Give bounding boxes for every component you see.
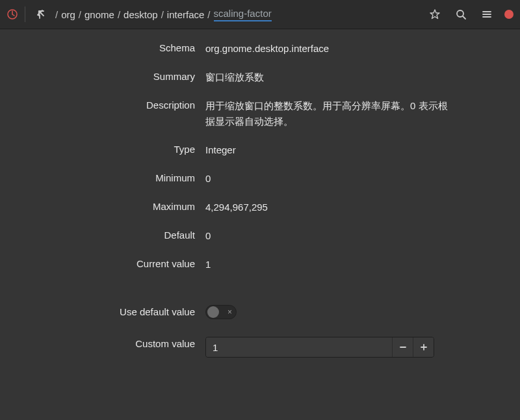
- breadcrumb-sep: /: [207, 9, 210, 20]
- decrement-button[interactable]: [392, 337, 413, 357]
- custom-value-stepper: [205, 337, 434, 358]
- breadcrumb-seg-desktop[interactable]: desktop: [124, 9, 158, 20]
- value-maximum: 4,294,967,295: [205, 200, 452, 215]
- breadcrumb-sep: /: [161, 9, 164, 20]
- search-icon[interactable]: [452, 6, 469, 23]
- increment-button[interactable]: [413, 337, 434, 357]
- svg-line-2: [463, 16, 465, 19]
- breadcrumb: / org / gnome / desktop / interface / sc…: [55, 8, 272, 21]
- label-default: Default: [32, 228, 195, 244]
- toggle-off-icon: ×: [228, 308, 232, 316]
- app-logo-icon: [6, 8, 18, 20]
- titlebar: / org / gnome / desktop / interface / sc…: [0, 0, 520, 29]
- custom-value-input[interactable]: [206, 337, 392, 357]
- label-custom-value: Custom value: [32, 337, 195, 358]
- toggle-knob: [207, 306, 219, 318]
- breadcrumb-seg-org[interactable]: org: [61, 9, 75, 20]
- breadcrumb-seg-gnome[interactable]: gnome: [84, 9, 114, 20]
- label-current-value: Current value: [32, 257, 195, 272]
- menu-icon[interactable]: [478, 6, 495, 23]
- divider: [25, 7, 25, 22]
- bookmark-icon[interactable]: [426, 6, 443, 23]
- breadcrumb-seg-current[interactable]: scaling-factor: [214, 8, 272, 21]
- content: Schema org.gnome.desktop.interface Summa…: [0, 29, 520, 369]
- value-minimum: 0: [205, 171, 452, 187]
- value-current-value: 1: [205, 257, 452, 272]
- label-description: Description: [32, 98, 195, 129]
- use-default-toggle[interactable]: ×: [205, 305, 237, 319]
- value-summary: 窗口缩放系数: [205, 70, 452, 85]
- label-type: Type: [32, 142, 195, 158]
- breadcrumb-sep: /: [55, 9, 58, 20]
- label-summary: Summary: [32, 70, 195, 85]
- breadcrumb-seg-interface[interactable]: interface: [167, 9, 205, 20]
- back-icon[interactable]: [32, 6, 49, 23]
- value-description: 用于缩放窗口的整数系数。用于高分辨率屏幕。0 表示根据显示器自动选择。: [205, 98, 452, 129]
- label-use-default: Use default value: [32, 305, 195, 324]
- value-schema: org.gnome.desktop.interface: [205, 41, 452, 57]
- label-schema: Schema: [32, 41, 195, 57]
- value-default: 0: [205, 228, 452, 244]
- value-type: Integer: [205, 142, 452, 158]
- breadcrumb-sep: /: [118, 9, 120, 20]
- label-maximum: Maximum: [32, 200, 195, 215]
- status-dot-icon: [504, 10, 514, 19]
- label-minimum: Minimum: [32, 171, 195, 187]
- breadcrumb-sep: /: [79, 9, 81, 20]
